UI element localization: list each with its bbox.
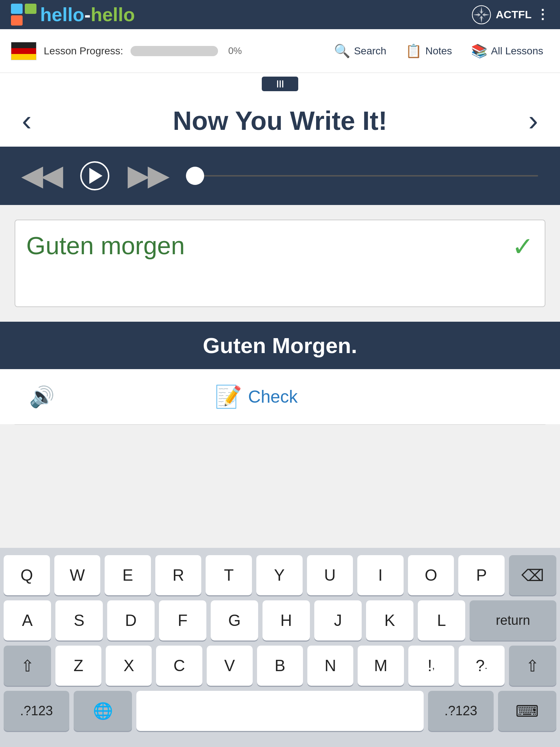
actfl-label: ACTFL bbox=[496, 8, 532, 21]
keyboard-row-3: ⇧ Z X C V B N M !, ?. ⇧ bbox=[4, 646, 556, 686]
notes-button[interactable]: 📋 Notes bbox=[400, 40, 458, 62]
key-z[interactable]: Z bbox=[55, 646, 101, 686]
key-n[interactable]: N bbox=[307, 646, 353, 686]
key-u[interactable]: U bbox=[307, 555, 353, 595]
scrubber-thumb[interactable] bbox=[186, 167, 204, 185]
svg-marker-6 bbox=[473, 12, 481, 18]
written-text: Guten morgen bbox=[26, 232, 185, 259]
search-label: Search bbox=[354, 45, 386, 57]
key-s[interactable]: S bbox=[55, 600, 103, 640]
globe-key[interactable]: 🌐 bbox=[74, 691, 132, 731]
backspace-key[interactable]: ⌫ bbox=[509, 555, 556, 595]
answer-text: Guten Morgen. bbox=[203, 333, 357, 358]
fast-forward-button[interactable]: ▶▶ bbox=[128, 160, 168, 191]
rewind-button[interactable]: ◀◀ bbox=[22, 160, 62, 191]
key-t[interactable]: T bbox=[206, 555, 252, 595]
num-key-right[interactable]: .?123 bbox=[428, 691, 494, 731]
key-g[interactable]: G bbox=[211, 600, 258, 640]
check-note-icon: 📝 bbox=[215, 384, 242, 410]
backspace-icon: ⌫ bbox=[521, 566, 544, 585]
shift-key-right[interactable]: ⇧ bbox=[509, 646, 556, 686]
key-d[interactable]: D bbox=[107, 600, 155, 640]
lesson-bar: Lesson Progress: 0% 🔍 Search 📋 Notes 📚 A… bbox=[0, 29, 560, 73]
play-btn-circle bbox=[80, 161, 109, 190]
keyboard-row-4: .?123 🌐 .?123 ⌨ bbox=[4, 691, 556, 731]
lesson-progress-label: Lesson Progress: bbox=[44, 45, 123, 57]
speaker-button[interactable]: 🔊 bbox=[29, 385, 55, 409]
key-question[interactable]: ?. bbox=[459, 646, 505, 686]
keyboard-hide-icon: ⌨ bbox=[516, 702, 539, 720]
check-label: Check bbox=[248, 387, 298, 407]
key-i[interactable]: I bbox=[357, 555, 404, 595]
key-q[interactable]: Q bbox=[4, 555, 50, 595]
space-key[interactable] bbox=[136, 691, 424, 731]
key-f[interactable]: F bbox=[159, 600, 206, 640]
german-flag bbox=[11, 42, 36, 60]
svg-marker-4 bbox=[479, 7, 484, 14]
key-k[interactable]: K bbox=[366, 600, 413, 640]
key-e[interactable]: E bbox=[105, 555, 151, 595]
shift-right-icon: ⇧ bbox=[526, 657, 539, 675]
key-w[interactable]: W bbox=[54, 555, 101, 595]
speaker-icon: 🔊 bbox=[29, 385, 55, 408]
divider bbox=[15, 424, 545, 425]
play-button[interactable] bbox=[80, 161, 109, 190]
key-m[interactable]: M bbox=[358, 646, 404, 686]
shift-icon: ⇧ bbox=[21, 657, 34, 675]
key-a[interactable]: A bbox=[4, 600, 51, 640]
check-button[interactable]: 📝 Check bbox=[215, 384, 298, 410]
page-title: Now You Write It! bbox=[173, 106, 387, 136]
key-c[interactable]: C bbox=[156, 646, 202, 686]
all-lessons-label: All Lessons bbox=[491, 45, 543, 57]
logo-text: hello-hello bbox=[40, 4, 135, 26]
search-button[interactable]: 🔍 Search bbox=[328, 40, 392, 62]
handle-line-2 bbox=[280, 80, 281, 88]
next-button[interactable]: › bbox=[528, 106, 538, 135]
svg-marker-5 bbox=[479, 16, 484, 23]
flag-red bbox=[11, 48, 36, 54]
actfl-logo: ACTFL ⋮ bbox=[471, 5, 549, 25]
controls-row: 🔊 📝 Check bbox=[0, 369, 560, 424]
checkmark-icon: ✓ bbox=[512, 231, 534, 262]
slide-handle[interactable] bbox=[262, 77, 298, 91]
notes-label: Notes bbox=[425, 45, 452, 57]
scrubber[interactable] bbox=[186, 175, 538, 177]
progress-percent: 0% bbox=[228, 45, 242, 57]
key-b[interactable]: B bbox=[257, 646, 303, 686]
progress-bar bbox=[131, 46, 218, 56]
num-key-left[interactable]: .?123 bbox=[4, 691, 69, 731]
logo-hello2: hello bbox=[91, 4, 135, 25]
actfl-emblem-icon bbox=[471, 5, 491, 25]
key-r[interactable]: R bbox=[155, 555, 202, 595]
svg-marker-7 bbox=[482, 12, 490, 18]
rewind-icon: ◀◀ bbox=[22, 160, 62, 191]
key-h[interactable]: H bbox=[262, 600, 310, 640]
handle-line-1 bbox=[277, 80, 278, 88]
title-row: ‹ Now You Write It! › bbox=[0, 95, 560, 147]
logo-hello1: hello bbox=[40, 4, 84, 25]
actfl-menu-icon[interactable]: ⋮ bbox=[536, 7, 549, 22]
prev-button[interactable]: ‹ bbox=[22, 106, 32, 135]
key-v[interactable]: V bbox=[207, 646, 253, 686]
keyboard-hide-key[interactable]: ⌨ bbox=[498, 691, 556, 731]
key-exclaim[interactable]: !, bbox=[408, 646, 454, 686]
write-area[interactable]: Guten morgen ✓ bbox=[15, 220, 545, 307]
logo: hello-hello bbox=[11, 4, 135, 26]
key-p[interactable]: P bbox=[458, 555, 505, 595]
key-y[interactable]: Y bbox=[256, 555, 303, 595]
key-x[interactable]: X bbox=[106, 646, 152, 686]
player-bar: ◀◀ ▶▶ bbox=[0, 147, 560, 205]
scrubber-track bbox=[186, 175, 538, 177]
search-icon: 🔍 bbox=[334, 43, 350, 59]
header: hello-hello ACTFL ⋮ bbox=[0, 0, 560, 29]
key-l[interactable]: L bbox=[418, 600, 465, 640]
return-key[interactable]: return bbox=[470, 600, 556, 640]
all-lessons-button[interactable]: 📚 All Lessons bbox=[465, 40, 549, 62]
key-o[interactable]: O bbox=[408, 555, 454, 595]
header-right: ACTFL ⋮ bbox=[471, 5, 549, 25]
shift-key[interactable]: ⇧ bbox=[4, 646, 51, 686]
all-lessons-icon: 📚 bbox=[471, 43, 487, 59]
logo-dash: - bbox=[84, 4, 90, 25]
answer-bar: Guten Morgen. bbox=[0, 322, 560, 369]
key-j[interactable]: J bbox=[314, 600, 362, 640]
